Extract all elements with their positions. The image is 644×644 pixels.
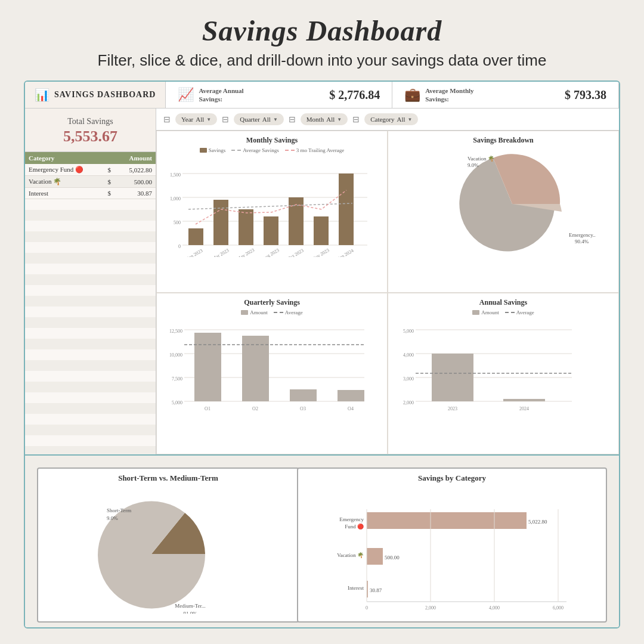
svg-text:2,000: 2,000	[425, 605, 436, 611]
svg-rect-65	[367, 512, 527, 529]
dashboard-logo: 📊 SAVINGS DASHBOARD	[25, 82, 166, 109]
breakdown-chart-title: Savings Breakdown	[393, 136, 614, 145]
svg-text:12,500: 12,500	[169, 329, 182, 334]
svg-text:Interest: Interest	[348, 585, 364, 591]
breakdown-chart-svg: Vacation 🌴 9.0% Emergency... 90.4%	[393, 147, 596, 258]
svg-text:Short-Term: Short-Term	[107, 507, 131, 513]
charts-grid: Monthly Savings Savings Average Savings …	[156, 131, 619, 454]
table-row: Vacation 🌴$500.00	[25, 176, 156, 188]
svg-text:500.00: 500.00	[385, 555, 400, 561]
svg-text:7,500: 7,500	[172, 376, 182, 382]
year-filter[interactable]: Year All ▼	[175, 113, 217, 125]
quarter-chevron-icon: ▼	[273, 117, 278, 122]
svg-rect-10	[239, 209, 253, 245]
quarterly-chart-svg: 5,000 7,500 10,000 12,500	[162, 318, 370, 410]
month-filter-label: Month	[306, 116, 324, 123]
svg-text:500: 500	[174, 220, 181, 225]
annual-savings-value: $ 2,776.84	[329, 88, 380, 102]
month-chevron-icon: ▼	[337, 117, 342, 122]
category-panel: Savings by Category Emergency Fund 🔴 Vac…	[297, 467, 607, 623]
filter-icon4: ⊟	[352, 114, 360, 125]
svg-text:1,500: 1,500	[170, 172, 181, 178]
total-savings-box: Total Savings 5,553.67	[25, 109, 156, 152]
svg-text:Mar 2023: Mar 2023	[211, 247, 230, 257]
monthly-savings-metric: 💼 Average MonthlySavings: $ 793.38	[392, 82, 619, 109]
svg-text:6,000: 6,000	[553, 605, 564, 611]
svg-text:5,022.80: 5,022.80	[528, 519, 547, 525]
svg-text:Q3: Q3	[300, 406, 306, 410]
category-cell: Emergency Fund 🔴	[25, 164, 104, 176]
currency-cell: $	[104, 176, 117, 188]
quarterly-savings-chart: Quarterly Savings Amount Average 5,000 7…	[156, 293, 388, 455]
svg-text:0: 0	[178, 244, 181, 249]
shortterm-panel: Short-Term vs. Medium-Term Short-Term 9.…	[37, 467, 299, 623]
svg-text:Jan 2024: Jan 2024	[337, 248, 354, 257]
bottom-panels: Short-Term vs. Medium-Term Short-Term 9.…	[25, 454, 619, 627]
month-filter-value: All	[326, 116, 335, 123]
svg-rect-38	[338, 390, 364, 401]
svg-text:90.4%: 90.4%	[575, 239, 589, 244]
sidebar-empty-rows	[25, 199, 156, 454]
filter-icon3: ⊟	[289, 114, 296, 125]
category-filter[interactable]: Category All ▼	[364, 113, 418, 125]
annual-savings-label: Average AnnualSavings:	[199, 86, 243, 104]
svg-text:2023: 2023	[448, 406, 457, 410]
monthly-savings-value: $ 793.38	[565, 88, 606, 102]
wallet-icon: 💼	[404, 87, 420, 103]
svg-text:1,000: 1,000	[170, 196, 181, 202]
year-filter-value: All	[196, 116, 204, 123]
svg-rect-35	[194, 333, 221, 401]
svg-rect-14	[339, 174, 354, 245]
svg-text:3,000: 3,000	[403, 376, 414, 382]
quarterly-chart-title: Quarterly Savings	[162, 298, 382, 307]
year-filter-label: Year	[181, 116, 193, 123]
total-savings-value: 5,553.67	[31, 128, 150, 145]
month-filter[interactable]: Month All ▼	[301, 113, 348, 125]
quarter-filter-value: All	[262, 116, 271, 123]
svg-rect-11	[264, 216, 278, 245]
svg-text:10,000: 10,000	[169, 352, 182, 358]
monthly-savings-chart: Monthly Savings Savings Average Savings …	[156, 131, 388, 293]
page-subtitle: Filter, slice & dice, and drill-down int…	[24, 51, 620, 71]
svg-text:Q2: Q2	[252, 406, 258, 410]
trending-icon: 📈	[178, 87, 194, 103]
table-row: Interest$30.87	[25, 188, 156, 199]
total-savings-label: Total Savings	[31, 117, 150, 126]
svg-text:Emergency: Emergency	[339, 516, 364, 522]
dashboard-title: SAVINGS DASHBOARD	[54, 90, 156, 100]
filter-icon: ⊟	[163, 114, 171, 125]
annual-chart-legend: Amount Average	[393, 309, 614, 315]
svg-text:Nov 2023: Nov 2023	[311, 247, 330, 257]
quarter-filter-label: Quarter	[240, 116, 260, 123]
quarter-filter[interactable]: Quarter All ▼	[234, 113, 284, 125]
svg-rect-9	[213, 200, 228, 245]
category-panel-title: Savings by Category	[298, 469, 606, 485]
chart-icon: 📊	[35, 88, 49, 102]
annual-chart-title: Annual Savings	[393, 298, 614, 307]
page-header: Savings Dashboard Filter, slice & dice, …	[0, 0, 644, 80]
year-chevron-icon: ▼	[206, 117, 211, 122]
annual-savings-chart: Annual Savings Amount Average 2,000 3,00…	[388, 293, 619, 455]
filter-icon2: ⊟	[222, 114, 229, 125]
svg-rect-52	[432, 354, 473, 401]
savings-breakdown-chart: Savings Breakdown Vacation 🌴	[388, 131, 619, 293]
svg-text:Q4: Q4	[348, 406, 354, 410]
monthly-chart-title: Monthly Savings	[162, 136, 382, 145]
svg-text:May 2023: May 2023	[236, 247, 255, 257]
annual-chart-svg: 2,000 3,000 4,000 5,000	[393, 318, 590, 410]
svg-rect-66	[367, 548, 383, 565]
shortterm-chart-svg: Short-Term 9.0% Medium-Ter... 91.0%	[38, 485, 289, 614]
currency-cell: $	[104, 188, 117, 199]
monthly-savings-label: Average MonthlySavings:	[425, 86, 473, 104]
amount-col-header: Amount	[104, 152, 156, 164]
amount-cell: 30.87	[117, 188, 156, 199]
amount-cell: 5,022.80	[117, 164, 156, 176]
category-filter-value: All	[397, 116, 405, 123]
svg-text:Q1: Q1	[205, 406, 210, 410]
svg-rect-36	[242, 336, 269, 401]
svg-rect-8	[188, 228, 203, 245]
svg-text:Oct 2023: Oct 2023	[287, 248, 305, 257]
svg-rect-53	[503, 399, 545, 401]
svg-text:Aug 2023: Aug 2023	[261, 247, 280, 257]
quarterly-chart-legend: Amount Average	[162, 309, 382, 315]
